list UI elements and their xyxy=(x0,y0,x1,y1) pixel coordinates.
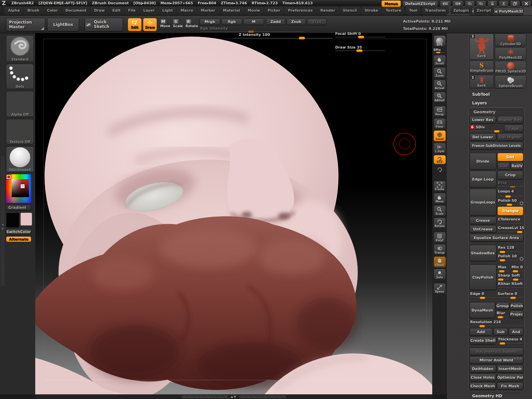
pages-back-icon[interactable] xyxy=(465,0,475,7)
current-stroke-thumb[interactable]: Dots xyxy=(6,64,34,89)
bpr-render-button[interactable]: BPR xyxy=(434,35,446,47)
menu-render[interactable]: Render xyxy=(317,7,339,14)
edge-slider[interactable]: Edge 0 xyxy=(469,291,496,299)
frame-button[interactable]: Frame xyxy=(434,181,446,192)
claypolish-rsoft-slider[interactable]: RSoft xyxy=(511,281,523,289)
dynamesh-project-toggle[interactable]: Projec xyxy=(510,311,523,318)
dynamesh-sub-toggle[interactable]: Sub xyxy=(493,328,508,335)
claypolish-min-slider[interactable]: Min 0 xyxy=(511,265,523,272)
restore-button[interactable] xyxy=(510,0,520,7)
divide-button[interactable]: Divide xyxy=(469,153,496,170)
slider-handle[interactable] xyxy=(513,278,519,281)
menu-macro[interactable]: Macro xyxy=(177,7,197,14)
polish10-mode-radio[interactable] xyxy=(520,257,523,261)
divider-grip[interactable] xyxy=(182,395,228,398)
shadowbox-res-slider[interactable]: Res 128 xyxy=(497,245,524,253)
secondary-color-swatch[interactable] xyxy=(20,212,32,226)
polish-mode-radio[interactable] xyxy=(520,201,523,205)
lightbox-button[interactable]: LightBox xyxy=(47,18,79,31)
zadd-button[interactable]: Zadd xyxy=(266,19,285,25)
move-mode-button[interactable]: M Move xyxy=(160,19,169,27)
equalize-surface-button[interactable]: Equalize Surface Area xyxy=(469,234,523,241)
floor-button[interactable]: Floor xyxy=(434,118,446,129)
local-button[interactable]: Local xyxy=(434,130,446,141)
dynamesh-group-toggle[interactable]: Group xyxy=(496,302,509,310)
mirror-axes-indicator[interactable]: x y z xyxy=(514,357,522,360)
shadowbox-polish-slider[interactable]: Polish 10 xyxy=(497,254,519,261)
groupsloops-button[interactable]: GroupsLoops xyxy=(469,189,496,215)
polish-slider[interactable]: Polish 50 xyxy=(497,198,519,205)
slider-handle[interactable] xyxy=(512,270,518,273)
menu-stencil[interactable]: Stencil xyxy=(339,7,360,14)
slider-handle[interactable] xyxy=(356,49,363,52)
menu-light[interactable]: Light xyxy=(159,7,176,14)
zoom-canvas-button[interactable]: Zoom xyxy=(434,67,446,78)
polyframe-button[interactable]: Polyf xyxy=(434,232,446,243)
slider-handle[interactable] xyxy=(479,325,485,328)
thickness-slider[interactable]: Thickness 4 xyxy=(497,337,524,344)
menu-document[interactable]: Document xyxy=(62,7,90,14)
sdiv-slider[interactable]: 6SDiv xyxy=(469,125,503,132)
draw-mode-button[interactable]: Draw xyxy=(143,18,157,31)
cylinder3d-tool-thumb[interactable]: Cylinder3D xyxy=(495,34,526,46)
aahalf-button[interactable]: AAHalf xyxy=(434,92,446,103)
del-higher-button[interactable]: Del Higher xyxy=(497,133,524,141)
mrgb-button[interactable]: Mrgb xyxy=(200,19,220,25)
section-layers[interactable]: Layers xyxy=(468,99,525,107)
creaselvl-slider[interactable]: CreaseLvl 15 xyxy=(497,225,524,233)
spherebrush-tool-thumb[interactable]: SphereBrush xyxy=(495,75,526,88)
minimize-button[interactable] xyxy=(499,0,509,7)
slider-handle[interactable] xyxy=(436,52,441,54)
polymesh3d-tool-thumb[interactable]: PolyMesh3D xyxy=(495,47,526,60)
lock-icon[interactable] xyxy=(487,0,497,7)
optimize-points-button[interactable]: Optimize Poi xyxy=(497,374,524,381)
menu-material[interactable]: Material xyxy=(219,7,243,14)
dynamesh-and-toggle[interactable]: And xyxy=(509,328,523,335)
persp-button[interactable]: Persp xyxy=(434,106,446,117)
claypolish-soft-slider[interactable]: Soft xyxy=(511,273,523,280)
gradient-toggle[interactable]: Gradient xyxy=(6,205,31,210)
claypolish-rshar-slider[interactable]: RShar xyxy=(497,281,510,289)
section-geometry[interactable]: Geometry xyxy=(469,109,523,116)
disp-slider[interactable]: Disp xyxy=(497,180,524,188)
quick-sketch-button[interactable]: Quick Sketch xyxy=(84,18,123,31)
crisp-toggle[interactable]: Crisp xyxy=(497,171,524,179)
current-tool-thumb[interactable]: 3 Ker6 xyxy=(469,34,494,60)
slider-handle[interactable] xyxy=(499,251,505,253)
higher-res-button[interactable]: Higher Res xyxy=(497,116,524,123)
menu-color[interactable]: Color xyxy=(44,7,61,14)
menus-toggle-button[interactable]: Menus xyxy=(381,0,401,7)
focal-shift-slider[interactable]: Focal Shift 0 xyxy=(335,31,385,38)
scroll-left-button[interactable] xyxy=(440,0,451,7)
dynamesh-polish-toggle[interactable]: Polish xyxy=(510,302,523,310)
menu-file[interactable]: File xyxy=(125,7,139,14)
slider-handle[interactable] xyxy=(358,36,364,39)
scroll-canvas-button[interactable]: Scroll xyxy=(434,55,446,66)
insertmesh-button[interactable]: InsertMesh xyxy=(497,365,524,372)
dynamesh-add-toggle[interactable]: Add xyxy=(469,328,492,335)
rgb-intensity-slider[interactable]: Rgb Intensity xyxy=(200,26,303,32)
rotate-3d-button[interactable]: Rotate xyxy=(434,217,446,228)
menu-zplugin[interactable]: Zplugin xyxy=(450,7,472,14)
color-picker-sv-square[interactable] xyxy=(12,179,29,197)
blur-slider[interactable]: Blur xyxy=(496,311,509,318)
menu-picker[interactable]: Picker xyxy=(264,7,284,14)
draw-size-slider[interactable]: Draw Size 35 xyxy=(335,45,385,51)
document-canvas[interactable] xyxy=(35,33,432,394)
menu-brush[interactable]: Brush xyxy=(24,7,43,14)
menu-draw[interactable]: Draw xyxy=(91,7,108,14)
alternate-button[interactable]: Alternate xyxy=(6,236,31,242)
rotate-mode-button[interactable]: R Rotate xyxy=(186,19,194,27)
edit-mode-button[interactable]: Edit xyxy=(128,18,142,31)
z-intensity-slider[interactable]: Z Intensity 100 xyxy=(233,32,332,39)
scroll-right-button[interactable] xyxy=(452,0,464,7)
current-brush-thumb[interactable]: Standard xyxy=(6,35,34,62)
create-shell-button[interactable]: Create Shell xyxy=(469,337,496,344)
menu-preferences[interactable]: Preferences xyxy=(285,7,316,14)
spix-slider[interactable]: SPix xyxy=(434,48,446,54)
bottom-tray-divider[interactable]: ▲▼ xyxy=(35,394,432,399)
section-geometry-hd[interactable]: Geometry HD xyxy=(468,391,525,399)
solo-button[interactable]: Solo xyxy=(434,269,446,280)
tray-open-left-icon[interactable]: ◂ xyxy=(2,223,4,226)
slider-handle[interactable] xyxy=(506,203,512,206)
